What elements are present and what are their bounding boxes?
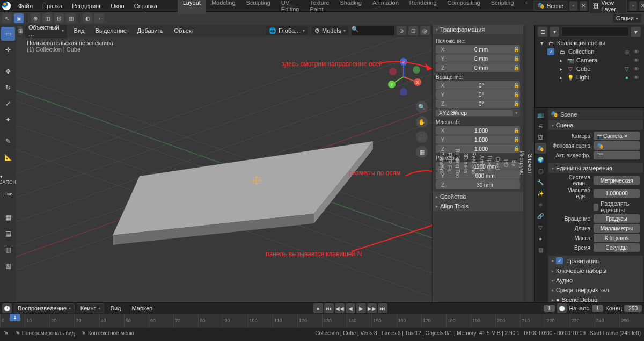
section-audio[interactable]: Аудио bbox=[548, 275, 643, 285]
tl-jump-start-icon[interactable]: ⏮ bbox=[324, 303, 334, 313]
tree-light[interactable]: ▸💡Light●👁 bbox=[538, 73, 641, 82]
workspace-layout[interactable]: Layout bbox=[178, 0, 206, 14]
tree-collection[interactable]: ✓🗀Collection◎👁 bbox=[538, 47, 641, 56]
tool-cursor-icon[interactable]: ↖ bbox=[2, 13, 12, 23]
ptab-constraint-icon[interactable]: 🔗 bbox=[535, 211, 546, 221]
tool-cursor-icon[interactable]: ✛ bbox=[1, 43, 15, 57]
n-tab-3dprint[interactable]: 3D-печа bbox=[462, 25, 470, 302]
tl-play-icon[interactable]: ▶ bbox=[356, 303, 366, 313]
scene-dropdown[interactable]: 🎭Scene bbox=[533, 1, 567, 11]
perspective-icon[interactable]: ▦ bbox=[416, 146, 428, 158]
tool-grid3-icon[interactable]: ▥ bbox=[1, 243, 15, 257]
section-rigidbody[interactable]: Среда твёрдых тел bbox=[548, 285, 643, 295]
tree-scene-collection[interactable]: ▾🗀Коллекция сцены bbox=[538, 39, 641, 47]
end-frame-field[interactable]: 250 bbox=[624, 305, 642, 312]
ptab-material-icon[interactable]: ● bbox=[535, 233, 546, 244]
ptab-viewlayer-icon[interactable]: 🖼 bbox=[535, 132, 546, 142]
tree-cube[interactable]: ▸▽Cube▽👁 bbox=[538, 64, 641, 73]
n-tab-view[interactable]: Ви bbox=[510, 25, 518, 302]
n-tab-flip[interactable]: FLIP Flui bbox=[445, 25, 453, 302]
viewport-canvas[interactable] bbox=[16, 37, 432, 302]
models-dropdown[interactable]: ⚙Models▾ bbox=[311, 26, 349, 36]
ptab-output-icon[interactable]: 🖨 bbox=[535, 120, 546, 131]
vp-object-menu[interactable]: Объект bbox=[170, 26, 198, 35]
workspace-scripting[interactable]: Scripting bbox=[486, 0, 519, 14]
n-tab-item[interactable]: Элемен bbox=[526, 25, 534, 302]
ptab-world-icon[interactable]: 🌍 bbox=[535, 154, 546, 165]
editor-type-icon[interactable]: ⊞ bbox=[18, 26, 23, 35]
tool-grid1-icon[interactable]: ▦ bbox=[1, 211, 15, 224]
tl-keying-menu[interactable]: Кеинг▾ bbox=[77, 303, 104, 313]
camera-view-icon[interactable]: 🎥 bbox=[416, 131, 428, 143]
section-units[interactable]: Единицы измерения bbox=[548, 163, 643, 173]
propedit-icon[interactable]: ◎ bbox=[420, 26, 430, 35]
ptab-modifier-icon[interactable]: 🔧 bbox=[535, 177, 546, 187]
orientation-dropdown[interactable]: 🌐Глоба…▾ bbox=[265, 26, 309, 36]
search-input[interactable]: 🔍 bbox=[352, 26, 394, 35]
timeline-ruler[interactable]: 1 01020304050607080901001101201301401501… bbox=[0, 314, 644, 328]
section-scenedebug[interactable]: ● Scene Debug bbox=[548, 295, 643, 302]
ptab-object-icon[interactable]: ▢ bbox=[535, 165, 546, 176]
tool-select-box-icon[interactable]: ▣ bbox=[14, 13, 24, 23]
clip-field[interactable]: 🎬 bbox=[594, 151, 640, 159]
pivot-icon[interactable]: ⊙ bbox=[397, 26, 406, 35]
scene-del-icon[interactable]: ✕ bbox=[580, 1, 588, 11]
viewlayer-del-icon[interactable]: ✕ bbox=[639, 1, 644, 11]
outliner-type-icon[interactable]: ☰ bbox=[538, 27, 547, 37]
ptab-particle-icon[interactable]: ✨ bbox=[535, 188, 546, 199]
n-tab-edit[interactable]: Правк bbox=[486, 25, 494, 302]
origin-icon[interactable]: ⊕ bbox=[31, 13, 40, 23]
n-tab-pd[interactable]: PD bbox=[502, 25, 510, 302]
tool-grid2-icon[interactable]: ▤ bbox=[1, 227, 15, 241]
menu-help[interactable]: Справка bbox=[130, 1, 162, 11]
tool-annotate-icon[interactable]: ✎ bbox=[1, 134, 15, 148]
snap-toggle-icon[interactable]: ⊡ bbox=[408, 26, 418, 35]
funnel-icon[interactable]: ▼ bbox=[631, 27, 641, 37]
workspace-add[interactable]: + bbox=[519, 0, 533, 14]
blender-logo-icon[interactable] bbox=[2, 2, 11, 10]
snap-icon[interactable]: ⊡ bbox=[54, 13, 64, 23]
tl-marker-menu[interactable]: Маркер bbox=[127, 303, 157, 313]
tree-camera[interactable]: ▸📷Camera👁 bbox=[538, 56, 641, 64]
workspace-modeling[interactable]: Modeling bbox=[206, 0, 241, 14]
ptab-scene-icon[interactable]: 🎭 bbox=[535, 143, 546, 154]
tool-scale-icon[interactable]: ⤢ bbox=[1, 97, 15, 111]
workspace-shading[interactable]: Shading bbox=[335, 0, 367, 14]
mirror-icon[interactable]: ▥ bbox=[66, 13, 76, 23]
bgscene-field[interactable]: 🎭 bbox=[594, 141, 640, 150]
tl-jump-end-icon[interactable]: ⏭ bbox=[378, 303, 387, 313]
xmirror-icon[interactable]: ◐ bbox=[83, 13, 92, 23]
length-field[interactable]: Миллиметры bbox=[594, 224, 640, 233]
tool-jcon-icon[interactable]: jCon bbox=[1, 187, 15, 201]
mass-field[interactable]: Kilograms bbox=[594, 234, 640, 242]
n-tab-tool[interactable]: Инструме bbox=[518, 25, 526, 302]
tl-play-rev-icon[interactable]: ◀ bbox=[346, 303, 355, 313]
separate-checkbox[interactable] bbox=[594, 204, 598, 211]
unitscale-field[interactable]: 1.000000 bbox=[594, 189, 640, 198]
n-tab-realsnow[interactable]: Real Sno bbox=[470, 25, 478, 302]
vp-view-menu[interactable]: Вид bbox=[70, 26, 89, 35]
workspace-sculpting[interactable]: Sculpting bbox=[241, 0, 276, 14]
section-gravity[interactable]: ✓Гравитация bbox=[548, 256, 643, 266]
section-scene[interactable]: Сцена bbox=[548, 120, 643, 130]
workspace-animation[interactable]: Animation bbox=[367, 0, 404, 14]
vp-select-menu[interactable]: Выделение bbox=[91, 26, 131, 35]
current-frame-field[interactable]: 1 bbox=[544, 305, 555, 312]
nav-gizmo[interactable]: X Y Z bbox=[385, 58, 422, 96]
tool-measure-icon[interactable]: 📐 bbox=[1, 150, 15, 164]
n-tab-artmat[interactable]: Artmat bbox=[478, 25, 486, 302]
unitsystem-field[interactable]: Метрическая bbox=[594, 176, 640, 185]
ptab-render-icon[interactable]: 📺 bbox=[535, 109, 546, 120]
viewlayer-dropdown[interactable]: 🖼View Layer bbox=[589, 0, 627, 14]
mode-dropdown[interactable]: Объектный …▾ bbox=[25, 25, 68, 39]
tool-grid4-icon[interactable]: ▧ bbox=[1, 259, 15, 273]
start-frame-field[interactable]: 1 bbox=[592, 305, 604, 312]
manipulate-icon[interactable]: ◫ bbox=[42, 13, 52, 23]
ptab-texture-icon[interactable]: ▨ bbox=[535, 244, 546, 255]
viewport[interactable]: ⊞ Объектный …▾ Вид Выделение Добавить Об… bbox=[16, 25, 432, 302]
pan-icon[interactable]: ✋ bbox=[416, 116, 428, 128]
outliner-search[interactable] bbox=[561, 27, 629, 37]
tool-rotate-icon[interactable]: ↻ bbox=[1, 81, 15, 95]
workspace-compositing[interactable]: Compositing bbox=[442, 0, 486, 14]
section-keysets[interactable]: Ключевые наборы bbox=[548, 266, 643, 275]
